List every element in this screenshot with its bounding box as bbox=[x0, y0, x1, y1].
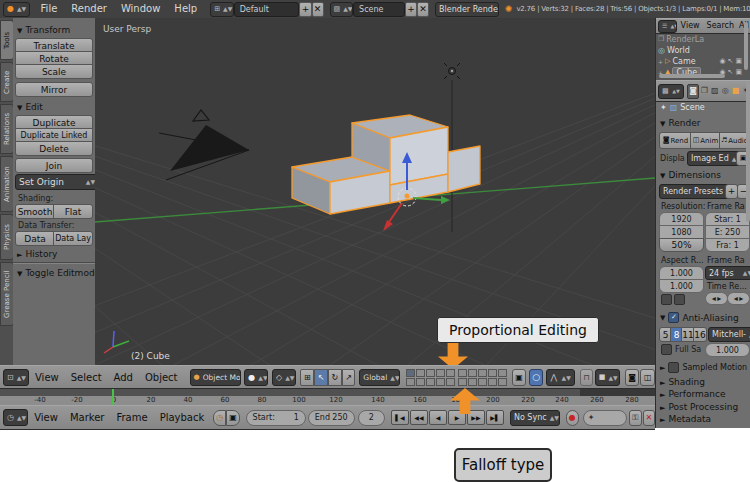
resolution-x-field[interactable]: 1920 bbox=[659, 212, 704, 226]
outliner-row-renderlayers[interactable]: ❐ RenderLa bbox=[658, 34, 742, 45]
shade-flat-button[interactable]: Flat bbox=[53, 204, 93, 219]
fps-dropdown[interactable]: 24 fps▲▼ bbox=[705, 266, 750, 280]
sampled-motion-blur-header[interactable]: ► Sampled Motion Bl bbox=[660, 362, 750, 373]
edit-panel-header[interactable]: ▼Edit bbox=[17, 102, 43, 112]
tl-menu-frame[interactable]: Frame bbox=[110, 406, 153, 429]
shading-dropdown[interactable]: ●▲▼ bbox=[244, 369, 268, 386]
layer-cell[interactable] bbox=[446, 378, 455, 386]
motion-blur-checkbox[interactable] bbox=[668, 362, 679, 373]
aa-checkbox[interactable]: ✓ bbox=[668, 312, 679, 323]
insert-keyframe-button[interactable]: ⚿ bbox=[629, 410, 641, 426]
metadata-panel-header[interactable]: ►Metadata bbox=[660, 414, 711, 424]
scale-button[interactable]: Scale bbox=[15, 64, 93, 79]
render-presets-dropdown[interactable]: Render Presets▲▼ bbox=[659, 184, 731, 199]
sync-dropdown[interactable]: No Sync▲▼ bbox=[510, 410, 560, 426]
manipulator-x-arrow[interactable] bbox=[389, 203, 402, 222]
tl-menu-playback[interactable]: Playback bbox=[154, 406, 211, 429]
keying-set-field[interactable]: ✦ bbox=[583, 410, 627, 426]
manipulator-scale-button[interactable]: ↗ bbox=[342, 369, 356, 386]
tab-create[interactable]: Create bbox=[0, 62, 14, 102]
scene-name-field[interactable]: Scene bbox=[353, 2, 405, 17]
layout-browse-button[interactable]: ⊞▲▼ bbox=[210, 2, 233, 17]
tab-animation[interactable]: Animation bbox=[0, 156, 14, 212]
menu-help[interactable]: Help bbox=[167, 0, 204, 18]
jump-to-end-button[interactable]: ▶▌ bbox=[486, 410, 504, 425]
tl-menu-marker[interactable]: Marker bbox=[64, 406, 111, 429]
tab-render[interactable]: ◙ bbox=[687, 84, 699, 99]
renderability-camera-icon[interactable]: ▣ bbox=[735, 69, 742, 76]
properties-editor-type-button[interactable]: ▩▲▼ bbox=[658, 84, 684, 99]
layer-cell[interactable] bbox=[446, 369, 455, 377]
outliner-menu-search[interactable]: Search bbox=[704, 19, 737, 33]
tab-scene[interactable]: ▨ bbox=[710, 85, 720, 98]
display-mode-dropdown[interactable]: Image Ed▲▼ bbox=[687, 151, 742, 166]
join-button[interactable]: Join bbox=[15, 158, 93, 173]
layer-cell[interactable] bbox=[436, 378, 445, 386]
scene-delete-button[interactable]: ✕ bbox=[417, 2, 429, 17]
shading-panel-header[interactable]: ►Shading bbox=[660, 377, 705, 387]
visibility-eye-icon[interactable]: ◉ bbox=[719, 58, 725, 65]
camera-object[interactable] bbox=[159, 110, 249, 180]
opengl-render-button[interactable]: ◙ bbox=[625, 369, 640, 386]
data-button[interactable]: Data bbox=[15, 231, 55, 246]
layer-cell[interactable] bbox=[478, 369, 487, 377]
manipulator-toggle-button[interactable]: ⊞ bbox=[300, 369, 314, 386]
render-still-button[interactable]: ◙Rend bbox=[659, 132, 692, 149]
layer-cell[interactable] bbox=[488, 369, 497, 377]
pivot-dropdown[interactable]: ◇▲▼ bbox=[272, 369, 296, 386]
layer-cell[interactable] bbox=[458, 378, 467, 386]
lamp-object[interactable] bbox=[444, 63, 460, 79]
tab-physics[interactable]: Physics bbox=[0, 214, 14, 260]
vp-menu-add[interactable]: Add bbox=[108, 366, 139, 389]
aa-samples-16-button[interactable]: 16 bbox=[693, 327, 707, 342]
antialiasing-panel-header[interactable]: ▼ ✓ Anti-Aliasing bbox=[660, 312, 739, 323]
layer-cell[interactable] bbox=[426, 369, 435, 377]
performance-panel-header[interactable]: ►Performance bbox=[660, 389, 725, 399]
aspect-y-field[interactable]: 1.000 bbox=[659, 279, 704, 293]
layer-cell[interactable] bbox=[406, 378, 415, 386]
frame-end-field[interactable]: E: 250 bbox=[705, 225, 750, 239]
tab-object[interactable]: ■ bbox=[730, 85, 740, 98]
prev-keyframe-button[interactable]: ◀◀ bbox=[410, 410, 428, 425]
operator-panel-header[interactable]: ▼Toggle Editmode bbox=[17, 268, 100, 278]
snap-toggle-button[interactable]: ⊓ bbox=[580, 369, 593, 386]
time-toggle-button[interactable]: ◷ bbox=[213, 410, 226, 426]
timeline-editor-type-button[interactable]: ◷▲▼ bbox=[3, 409, 28, 426]
vp-menu-object[interactable]: Object bbox=[139, 366, 184, 389]
layer-cell[interactable] bbox=[468, 369, 477, 377]
layer-cell[interactable] bbox=[426, 378, 435, 386]
history-panel-header[interactable]: ►History bbox=[17, 249, 57, 259]
play-reverse-button[interactable]: ◀ bbox=[429, 410, 447, 425]
delete-keyframe-button[interactable]: ✕ bbox=[643, 410, 655, 426]
set-origin-dropdown[interactable]: Set Origin▲▼ bbox=[15, 174, 99, 190]
layer-cell[interactable] bbox=[468, 378, 477, 386]
aspect-x-field[interactable]: 1.000 bbox=[659, 266, 704, 280]
manipulator-rotate-button[interactable]: ↻ bbox=[328, 369, 342, 386]
layer-cell[interactable] bbox=[478, 378, 487, 386]
layer-cell[interactable] bbox=[488, 378, 497, 386]
orientation-dropdown[interactable]: Global▲▼ bbox=[359, 369, 400, 386]
outliner-h-scrollbar[interactable] bbox=[659, 74, 725, 78]
layer-cell[interactable] bbox=[416, 369, 425, 377]
layer-cell[interactable] bbox=[458, 369, 467, 377]
shade-smooth-button[interactable]: Smooth bbox=[15, 204, 55, 219]
tab-tools[interactable]: Tools bbox=[0, 20, 14, 60]
end-frame-field[interactable]: End250 bbox=[308, 410, 355, 426]
layer-cell[interactable] bbox=[498, 378, 507, 386]
transform-panel-header[interactable]: ▼Transform bbox=[17, 25, 70, 35]
menu-render[interactable]: Render bbox=[64, 0, 114, 18]
opengl-render-anim-button[interactable]: ◫ bbox=[640, 369, 655, 386]
scene-add-button[interactable]: + bbox=[405, 2, 417, 17]
jump-to-start-button[interactable]: ▌◀ bbox=[391, 410, 409, 425]
dimensions-panel-header[interactable]: ▼Dimensions bbox=[660, 170, 721, 180]
tab-relations[interactable]: Relations bbox=[0, 104, 14, 154]
viewport-editor-type-button[interactable]: ⊡▲▼ bbox=[3, 369, 29, 386]
renderability-camera-icon[interactable]: ▣ bbox=[735, 58, 742, 65]
falloff-type-dropdown[interactable]: ⋀▲▼ bbox=[546, 369, 574, 386]
record-button[interactable]: ● bbox=[566, 410, 579, 426]
tab-render-layers[interactable]: ❐ bbox=[699, 85, 709, 98]
expand-icon[interactable]: + bbox=[658, 59, 663, 65]
selectability-cursor-icon[interactable]: ↖ bbox=[728, 69, 734, 76]
render-animation-button[interactable]: ◫Anim bbox=[690, 132, 721, 149]
layout-add-button[interactable]: + bbox=[299, 2, 311, 17]
